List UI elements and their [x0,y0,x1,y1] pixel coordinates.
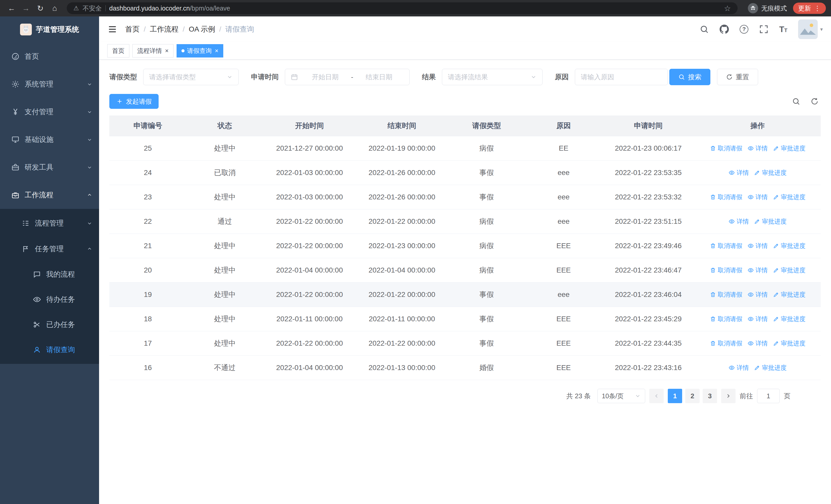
sidebar-item-infrastructure[interactable]: 基础设施 [0,126,99,153]
sidebar-item-workflow[interactable]: 工作流程 [0,181,99,209]
sidebar-item-system[interactable]: 系统管理 [0,70,99,98]
close-icon[interactable]: × [165,48,169,54]
end-date-placeholder: 结束日期 [354,72,404,82]
cell-reason: EEE [525,307,602,331]
detail-link[interactable]: 详情 [748,242,768,250]
security-label[interactable]: 不安全 [83,4,102,12]
delete-icon [710,316,716,322]
browser-forward-icon[interactable]: → [20,2,32,14]
table-row[interactable]: 20 处理中 2022-01-04 00:00:00 2022-01-04 00… [109,258,821,283]
detail-link[interactable]: 详情 [748,144,768,152]
browser-home-icon[interactable]: ⌂ [48,2,61,14]
goto-page-input[interactable] [757,389,780,403]
audit-link[interactable]: 审批进度 [773,144,806,152]
font-size-icon[interactable]: TT [779,25,787,34]
sidebar-item-my-process[interactable]: 我的流程 [0,262,99,287]
cell-status: 处理中 [186,331,263,355]
create-leave-button[interactable]: 发起请假 [109,94,159,109]
detail-link[interactable]: 详情 [728,364,749,372]
detail-link[interactable]: 详情 [748,266,768,274]
prev-page-button[interactable] [649,389,664,403]
sidebar-item-todo-tasks[interactable]: 待办任务 [0,287,99,312]
next-page-button[interactable] [721,389,736,403]
audit-link[interactable]: 审批进度 [773,339,806,348]
cancel-link[interactable]: 取消请假 [710,266,742,274]
breadcrumb-home[interactable]: 首页 [125,24,140,34]
close-icon[interactable]: × [215,48,219,54]
search-icon[interactable] [699,25,709,34]
cell-start-time: 2022-01-22 00:00:00 [263,283,356,307]
audit-link[interactable]: 审批进度 [773,193,806,201]
github-icon[interactable] [720,25,729,34]
search-button[interactable]: 搜索 [669,69,710,85]
table-row[interactable]: 19 处理中 2022-01-22 00:00:00 2022-01-22 00… [109,283,821,307]
audit-link[interactable]: 审批进度 [754,217,786,226]
sidebar-toggle-icon[interactable] [107,24,118,34]
sidebar-item-payment[interactable]: 支付管理 [0,98,99,126]
incognito-label: 无痕模式 [761,4,787,12]
table-row[interactable]: 23 处理中 2022-01-03 00:00:00 2022-01-26 00… [109,185,821,209]
sidebar-item-devtools[interactable]: 研发工具 [0,153,99,181]
fullscreen-icon[interactable] [759,25,768,34]
address-bar[interactable]: ⚠ 不安全 dashboard.yudao.iocoder.cn/bpm/oa/… [67,2,738,14]
update-button[interactable]: 更新 ⋮ [793,3,826,14]
cancel-link[interactable]: 取消请假 [710,193,742,201]
cell-id: 17 [109,331,186,355]
page-size-select[interactable]: 10条/页 [598,389,645,403]
column-header-reason: 原因 [525,116,602,136]
reason-input[interactable] [575,69,668,85]
user-menu[interactable]: ▾ [798,20,823,39]
refresh-icon[interactable] [810,97,819,106]
sidebar-item-task-management[interactable]: 任务管理 [0,236,99,262]
audit-link[interactable]: 审批进度 [773,291,806,299]
tab-home[interactable]: 首页 [107,44,130,58]
reset-button[interactable]: 重置 [717,69,758,85]
breadcrumb-workflow[interactable]: 工作流程 [150,24,179,34]
table-row[interactable]: 25 处理中 2021-12-27 00:00:00 2022-01-19 00… [109,136,821,161]
cancel-link[interactable]: 取消请假 [710,291,742,299]
sidebar-item-done-tasks[interactable]: 已办任务 [0,312,99,337]
app-logo[interactable]: 芋道管理系统 [0,17,99,42]
detail-link[interactable]: 详情 [748,339,768,348]
detail-link[interactable]: 详情 [728,217,749,226]
detail-link[interactable]: 详情 [748,193,768,201]
cancel-link[interactable]: 取消请假 [710,242,742,250]
cancel-link[interactable]: 取消请假 [710,339,742,348]
table-row[interactable]: 16 不通过 2022-01-04 00:00:00 2022-01-13 00… [109,356,821,380]
breadcrumb-oa-example[interactable]: OA 示例 [189,24,215,34]
leave-type-select[interactable]: 请选择请假类型 [143,69,239,85]
audit-link[interactable]: 审批进度 [754,169,786,177]
bookmark-star-icon[interactable]: ☆ [724,4,731,13]
audit-link[interactable]: 审批进度 [754,364,786,372]
detail-link[interactable]: 详情 [748,291,768,299]
sidebar-item-process-management[interactable]: 流程管理 [0,210,99,236]
apply-time-range-picker[interactable]: 开始日期 - 结束日期 [285,69,409,85]
page-2-button[interactable]: 2 [685,389,699,403]
table-row[interactable]: 17 处理中 2022-01-22 00:00:00 2022-01-22 00… [109,331,821,356]
detail-link[interactable]: 详情 [748,315,768,323]
audit-link[interactable]: 审批进度 [773,315,806,323]
tab-leave-query[interactable]: 请假查询 × [177,44,223,58]
table-row[interactable]: 21 处理中 2022-01-22 00:00:00 2022-01-23 00… [109,234,821,258]
table-row[interactable]: 18 处理中 2022-01-11 00:00:00 2022-01-11 00… [109,307,821,331]
table-row[interactable]: 24 已取消 2022-01-03 00:00:00 2022-01-26 00… [109,161,821,185]
page-1-button[interactable]: 1 [668,389,682,403]
result-select[interactable]: 请选择流结果 [442,69,543,85]
help-icon[interactable]: ? [740,25,748,34]
browser-reload-icon[interactable]: ↻ [34,2,47,14]
table-header: 申请编号 状态 开始时间 结束时间 请假类型 原因 申请时间 操作 [109,116,821,136]
sidebar-item-home[interactable]: 首页 [0,42,99,70]
cancel-link[interactable]: 取消请假 [710,315,742,323]
audit-link[interactable]: 审批进度 [773,266,806,274]
toggle-search-icon[interactable] [792,97,800,106]
page-3-button[interactable]: 3 [703,389,717,403]
sidebar-item-leave-query[interactable]: 请假查询 [0,337,99,362]
tab-process-detail[interactable]: 流程详情 × [133,44,173,58]
audit-link[interactable]: 审批进度 [773,242,806,250]
cancel-link[interactable]: 取消请假 [710,144,742,152]
browser-menu-icon[interactable]: ⋮ [814,4,821,12]
detail-link[interactable]: 详情 [728,169,749,177]
table-row[interactable]: 22 通过 2022-01-22 00:00:00 2022-01-22 00:… [109,209,821,234]
browser-back-icon[interactable]: ← [5,2,18,14]
view-icon [748,243,754,249]
